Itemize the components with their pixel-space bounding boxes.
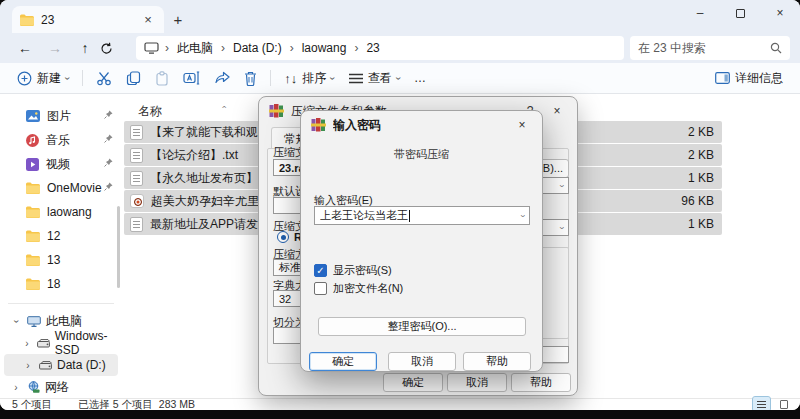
view-button[interactable]: 查看 › bbox=[342, 65, 407, 91]
sidebar-item-music[interactable]: 音乐 bbox=[0, 128, 122, 152]
radio-selected-icon bbox=[277, 231, 289, 243]
sidebar: 图片 音乐 视频 OneMovie laowang bbox=[0, 94, 122, 398]
encrypt-filenames-label: 加密文件名(N) bbox=[333, 281, 403, 296]
tree-item-windows-ssd[interactable]: › Windows-SSD bbox=[4, 332, 118, 354]
share-button[interactable] bbox=[207, 65, 237, 91]
sidebar-item-laowang[interactable]: laowang bbox=[0, 200, 122, 224]
tree-label: 此电脑 bbox=[46, 313, 82, 330]
tab-close-icon[interactable]: × bbox=[140, 12, 156, 27]
paste-button[interactable] bbox=[148, 65, 176, 91]
chevron-collapsed-icon[interactable]: › bbox=[22, 360, 34, 371]
details-pane-button[interactable]: 详细信息 bbox=[708, 65, 790, 91]
music-icon bbox=[26, 134, 39, 147]
minimize-button[interactable]: – bbox=[680, 0, 720, 26]
winrar-icon bbox=[311, 118, 326, 132]
chevron-collapsed-icon[interactable]: › bbox=[10, 382, 22, 393]
show-password-checkbox[interactable]: ✓ 显示密码(S) bbox=[314, 263, 392, 278]
this-pc-icon bbox=[27, 316, 41, 327]
rar-ok-button[interactable]: 确定 bbox=[383, 373, 443, 392]
folder-icon bbox=[26, 182, 40, 194]
password-value: 上老王论坛当老王 bbox=[320, 208, 408, 223]
back-button[interactable]: ← bbox=[10, 40, 40, 56]
rename-icon bbox=[183, 71, 200, 85]
maximize-button[interactable] bbox=[720, 0, 760, 26]
ok-label: 确定 bbox=[402, 375, 424, 390]
cut-button[interactable] bbox=[89, 65, 119, 91]
sidebar-item-13[interactable]: 13 bbox=[0, 248, 122, 272]
this-pc-icon bbox=[144, 42, 159, 54]
rar-cancel-button[interactable]: 取消 bbox=[447, 373, 507, 392]
more-options-button[interactable]: … bbox=[407, 65, 433, 91]
breadcrumb-23[interactable]: 23 bbox=[364, 41, 381, 55]
sidebar-item-pictures[interactable]: 图片 bbox=[0, 104, 122, 128]
encrypt-filenames-checkbox[interactable]: 加密文件名(N) bbox=[314, 281, 403, 296]
sidebar-label: 图片 bbox=[47, 108, 71, 125]
password-ok-button[interactable]: 确定 bbox=[309, 352, 377, 371]
details-view-button[interactable] bbox=[753, 397, 770, 410]
file-size: 1 KB bbox=[662, 171, 714, 185]
sidebar-label: OneMovie bbox=[47, 181, 102, 195]
sidebar-item-18[interactable]: 18 bbox=[0, 272, 122, 296]
chevron-down-icon: › bbox=[557, 226, 567, 229]
sidebar-item-videos[interactable]: 视频 bbox=[0, 152, 122, 176]
close-icon[interactable]: × bbox=[512, 118, 532, 132]
large-icons-view-icon bbox=[780, 400, 788, 409]
rar-help-button[interactable]: 帮助 bbox=[511, 373, 571, 392]
explorer-tab[interactable]: 23 × bbox=[12, 6, 164, 33]
password-dialog-title: 输入密码 bbox=[333, 117, 505, 134]
format-rar-radio[interactable]: R bbox=[277, 231, 302, 243]
tab-bar: 23 × + – × bbox=[0, 0, 800, 33]
selected-size: 283 MB bbox=[159, 398, 195, 410]
dictionary-value: 32 bbox=[279, 293, 291, 305]
checkbox-checked-icon: ✓ bbox=[314, 264, 327, 277]
details-view-icon bbox=[757, 401, 766, 408]
new-button[interactable]: 新建 › bbox=[10, 65, 76, 91]
password-cancel-button[interactable]: 取消 bbox=[388, 352, 456, 371]
file-size: 1 KB bbox=[662, 217, 714, 231]
sidebar-label: 13 bbox=[47, 253, 60, 267]
drive-icon bbox=[39, 361, 52, 370]
share-icon bbox=[214, 71, 230, 85]
chevron-collapsed-icon[interactable]: › bbox=[22, 338, 32, 349]
file-size: 96 KB bbox=[662, 194, 714, 208]
view-toggle-group bbox=[753, 397, 792, 410]
new-tab-button[interactable]: + bbox=[164, 6, 192, 33]
tree-item-network[interactable]: › 网络 bbox=[4, 376, 118, 398]
text-file-icon bbox=[130, 125, 143, 140]
sidebar-scrollbar[interactable] bbox=[117, 206, 120, 288]
rename-button[interactable] bbox=[176, 65, 207, 91]
details-label: 详细信息 bbox=[735, 70, 783, 87]
breadcrumb-data-d[interactable]: Data (D:) bbox=[231, 41, 284, 55]
breadcrumb-this-pc[interactable]: 此电脑 bbox=[175, 40, 215, 57]
refresh-button[interactable] bbox=[100, 42, 130, 55]
sidebar-item-onemovie[interactable]: OneMovie bbox=[0, 176, 122, 200]
method-value: 标准 bbox=[279, 260, 301, 275]
sort-button[interactable]: ↑↓ 排序 › bbox=[277, 65, 341, 91]
breadcrumb-laowang[interactable]: laowang bbox=[300, 41, 349, 55]
search-placeholder: 在 23 中搜索 bbox=[638, 40, 706, 57]
network-icon bbox=[27, 381, 40, 393]
up-button[interactable]: ↑ bbox=[70, 40, 100, 56]
forward-button[interactable]: → bbox=[40, 40, 70, 56]
organize-passwords-button[interactable]: 整理密码(O)... bbox=[318, 317, 526, 336]
pin-icon bbox=[104, 134, 113, 143]
password-input[interactable]: 上老王论坛当老王 › bbox=[314, 206, 530, 225]
copy-button[interactable] bbox=[119, 65, 148, 91]
close-icon[interactable]: × bbox=[547, 104, 567, 118]
sidebar-item-12[interactable]: 12 bbox=[0, 224, 122, 248]
pin-icon bbox=[104, 110, 113, 119]
chevron-down-icon: › bbox=[393, 76, 404, 79]
view-icon bbox=[349, 73, 363, 84]
password-help-button[interactable]: 帮助 bbox=[463, 352, 531, 371]
breadcrumb[interactable]: › 此电脑 › Data (D:) › laowang › 23 bbox=[136, 36, 624, 60]
password-dialog-titlebar[interactable]: 输入密码 × bbox=[301, 111, 542, 139]
tree-item-data-d[interactable]: › Data (D:) bbox=[4, 354, 118, 376]
large-icons-view-button[interactable] bbox=[775, 397, 792, 410]
delete-button[interactable] bbox=[237, 65, 264, 91]
refresh-icon bbox=[100, 42, 113, 55]
search-box[interactable]: 在 23 中搜索 bbox=[630, 36, 790, 60]
folder-icon bbox=[26, 206, 40, 218]
chevron-expanded-icon[interactable]: › bbox=[11, 315, 22, 327]
item-count: 5 个项目 bbox=[12, 398, 52, 411]
close-button[interactable]: × bbox=[760, 0, 800, 26]
